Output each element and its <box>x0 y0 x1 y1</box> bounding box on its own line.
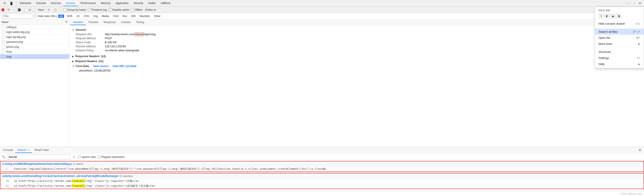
search-all-files-item[interactable]: Search all files ⌘⌥F <box>595 29 644 35</box>
tab-console[interactable]: Console <box>34 1 48 6</box>
throttle-select[interactable]: Online <box>144 8 157 12</box>
disable-cache-checkbox[interactable] <box>108 8 111 11</box>
dock-bottom-btn[interactable]: ⬓ <box>610 14 616 18</box>
offline-label[interactable]: Offline <box>131 8 142 12</box>
group-by-frame-checkbox[interactable] <box>64 8 66 11</box>
filter-media[interactable]: Media <box>100 14 110 18</box>
search-shortcut: ⌘⌥F <box>633 30 640 33</box>
regex-checkbox[interactable] <box>98 155 100 158</box>
result-line-2a[interactable]: 26 <a href="http://activity.renren.com/l… <box>0 179 644 184</box>
disable-cache-label[interactable]: Disable cache <box>108 8 129 12</box>
open-file-item[interactable]: Open file ⌘P <box>595 35 644 41</box>
close-panel-icon[interactable]: ✕ <box>66 21 68 23</box>
ignore-case-checkbox[interactable] <box>78 155 81 158</box>
tab-search-bottom[interactable]: Search ✕ <box>15 147 32 153</box>
filter-other[interactable]: Other <box>152 14 162 18</box>
filter-css[interactable]: CSS <box>82 14 90 18</box>
result-file-1[interactable]: s.xnimg.cn/a86836/wap/mobile/wechatLive/… <box>0 161 644 167</box>
filter-ws[interactable]: WS <box>130 14 137 18</box>
hide-data-urls-label[interactable]: Hide data URLs <box>34 15 57 18</box>
screenshot-view-icon[interactable]: ⬡ <box>53 8 58 12</box>
view-url-encoded-link[interactable]: view URL encoded <box>112 65 136 68</box>
filter-js[interactable]: JS <box>75 14 81 18</box>
search-input[interactable] <box>7 154 70 159</box>
help-arrow: ▶ <box>638 63 640 66</box>
ignore-case-label[interactable]: Ignore case <box>78 155 96 158</box>
list-item[interactable]: phone.png <box>0 44 69 49</box>
inspect-icon[interactable]: ⇱ <box>2 1 8 6</box>
list-item-selected[interactable]: clog <box>0 54 69 59</box>
tab-adblock[interactable]: AdBlock <box>158 1 173 6</box>
dock-undock-btn[interactable]: ⬡ <box>598 14 604 18</box>
tab-sources[interactable]: Sources <box>48 1 63 6</box>
tab-network[interactable]: Network <box>64 1 78 6</box>
list-item[interactable]: login-qq-big.png <box>0 35 69 40</box>
tab-timing[interactable]: Timing <box>133 20 147 25</box>
search-tab-close[interactable]: ✕ <box>27 148 30 151</box>
result-file-2[interactable]: activity.renren.com/livecell/log?c1=&c2=… <box>0 173 644 179</box>
form-data-value-row: phoneNum: 13146128763 <box>72 69 641 73</box>
tab-memory[interactable]: Memory <box>98 1 113 6</box>
list-item[interactable]: celllog.js <box>0 25 69 30</box>
tab-response[interactable]: Response <box>101 20 118 25</box>
tab-application[interactable]: Application <box>113 1 131 6</box>
filter-input[interactable] <box>1 14 33 19</box>
hide-console-drawer-item[interactable]: Hide console drawer Esc <box>595 21 644 27</box>
item-icon <box>2 55 5 58</box>
filter-manifest[interactable]: Manifest <box>138 14 151 18</box>
help-item[interactable]: Help ▶ <box>595 61 644 67</box>
tab-audits[interactable]: Audits <box>146 1 158 6</box>
camera-icon[interactable]: 🎥 <box>17 8 22 12</box>
list-item[interactable]: login-weibo-big.png <box>0 30 69 35</box>
more-tools-item[interactable]: More tools ▶ <box>595 41 644 47</box>
bottom-panel-close[interactable]: ✕ <box>636 147 643 153</box>
tab-whats-new-bottom[interactable]: What's New <box>32 147 51 153</box>
request-headers-count: (12) <box>98 60 103 63</box>
settings-item[interactable]: Settings F1 <box>595 55 644 61</box>
view-source-link[interactable]: view source <box>93 65 108 68</box>
tab-performance[interactable]: Performance <box>78 1 98 6</box>
tab-security[interactable]: Security <box>131 1 146 6</box>
tab-cookies[interactable]: Cookies <box>118 20 133 25</box>
tab-preview[interactable]: Preview <box>86 20 101 25</box>
regex-label[interactable]: Regular expression <box>98 155 124 158</box>
form-data-section[interactable]: ▼ Form Data view source view URL encoded <box>72 64 641 69</box>
search-clear-icon[interactable]: ✕ <box>72 155 76 159</box>
more-options-icon[interactable]: ⋮ <box>632 1 637 6</box>
filter-font[interactable]: Font <box>112 14 120 18</box>
shortcuts-item[interactable]: Shortcuts <box>595 49 644 55</box>
request-headers-section[interactable]: ▶ Request Headers (12) <box>72 59 641 64</box>
filter-xhr[interactable]: XHR <box>66 14 74 18</box>
whats-new-tab-label: What's New <box>34 148 49 152</box>
tab-console-bottom[interactable]: Console <box>1 147 15 153</box>
filter-doc[interactable]: Doc <box>121 14 128 18</box>
tab-elements[interactable]: Elements <box>18 1 34 6</box>
filter-img[interactable]: Img <box>92 14 99 18</box>
list-item[interactable]: password.png <box>0 40 69 44</box>
list-view-icon[interactable]: ≡ <box>46 8 51 12</box>
filter-icon[interactable]: ⊘ <box>27 8 32 12</box>
filter-all-badge[interactable]: All <box>58 15 64 18</box>
result-line-1[interactable]: 1 function loginValidate(e){return""==e.… <box>0 167 644 171</box>
device-icon[interactable]: 📱 <box>8 1 14 6</box>
close-devtools-icon[interactable]: ✕ <box>637 1 643 6</box>
line-num-1: 1 <box>6 167 10 170</box>
preserve-log-label[interactable]: Preserve log <box>88 8 107 12</box>
dock-left-btn[interactable]: ◧ <box>604 14 610 18</box>
tab-headers[interactable]: Headers <box>70 20 86 25</box>
dock-right-btn[interactable]: ◨ <box>616 14 621 18</box>
response-headers-section[interactable]: ▶ Response Headers (14) <box>72 54 641 59</box>
offline-checkbox[interactable] <box>131 8 134 11</box>
record-button[interactable] <box>1 8 4 12</box>
stop-recording-icon[interactable]: ⟳ <box>6 8 11 12</box>
item-icon <box>2 50 5 53</box>
preserve-log-checkbox[interactable] <box>88 8 91 11</box>
result-line-2b[interactable]: 42 <a href="http://activity.renren.com/l… <box>0 184 644 188</box>
list-item[interactable]: rKey <box>0 49 69 54</box>
general-section-header[interactable]: ▼ General <box>72 27 641 32</box>
hide-data-urls-checkbox[interactable] <box>34 15 37 18</box>
line-text-1: function loginValidate(e){return""==e.ph… <box>14 167 326 170</box>
filter-bar: Hide data URLs All XHR JS CSS Img Media … <box>0 13 644 19</box>
warning-badge[interactable]: ⚠ 1 <box>624 1 631 6</box>
group-by-frame-label[interactable]: Group by frame <box>64 8 86 12</box>
